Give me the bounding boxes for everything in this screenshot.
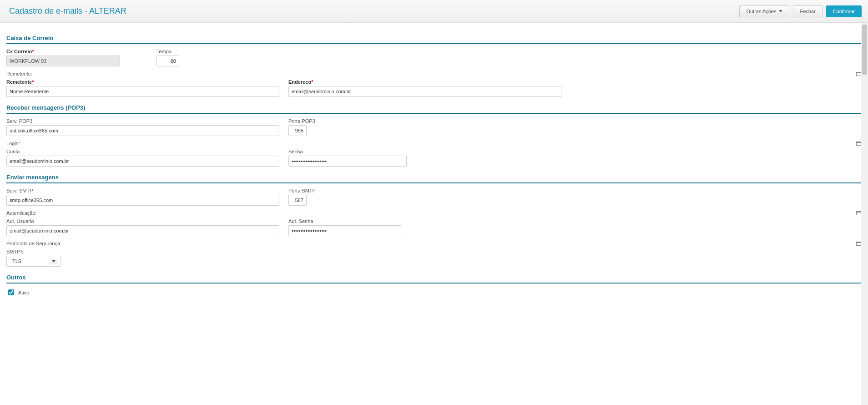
field-serv-pop3: Serv. POP3 [6,118,279,136]
porta-pop3-label: Porta POP3 [288,118,315,124]
serv-pop3-input[interactable] [6,125,279,136]
field-smtps: SMTPS TLS [6,249,61,267]
field-auth-user: Aut. Usuario [6,218,279,236]
row-ativo: Ativo [6,288,862,297]
auth-subheader: Autenticação: [6,210,862,216]
header-actions: Outras Ações Fechar Confirmar [739,5,862,17]
serv-smtp-input[interactable] [6,195,279,206]
smtps-select-button[interactable] [49,258,58,264]
page-title: Cadastro de e-mails - ALTERAR [9,6,126,16]
porta-smtp-input[interactable] [288,195,307,206]
section-send-title: Enviar mensagens [6,171,862,183]
field-cx-correio: Cx Correio* [6,49,120,66]
remetente-subheader: Remetente: [6,71,862,76]
remetente-label: Remetente* [6,79,279,85]
field-porta-pop3: Porta POP3 [288,118,315,136]
row-login: Conta Senha [6,149,862,167]
chevron-down-icon [52,260,56,263]
header-bar: Cadastro de e-mails - ALTERAR Outras Açõ… [0,0,868,23]
smtps-label: SMTPS [6,249,61,254]
smtps-select[interactable]: TLS [6,256,61,267]
auth-senha-label: Aut. Senha [288,218,401,224]
cx-correio-input [6,56,120,66]
endereco-input[interactable] [288,86,561,97]
row-smtp: Serv. SMTP Porta SMTP [6,188,862,206]
remetente-input[interactable] [6,86,279,97]
row-mailbox: Cx Correio* Tempo [6,49,862,66]
serv-smtp-label: Serv. SMTP [6,188,279,193]
senha-label: Senha [288,149,407,154]
row-remetente: Remetente* Endereco* [6,79,862,97]
row-proto: SMTPS TLS [6,249,862,267]
scrollbar-thumb[interactable] [862,25,867,75]
serv-pop3-label: Serv. POP3 [6,118,279,124]
proto-subheader-label: Protocolo de Segurança [6,241,60,246]
login-subheader: Login: [6,141,862,146]
cx-correio-label: Cx Correio* [6,49,120,54]
auth-senha-input[interactable] [288,225,401,236]
field-serv-smtp: Serv. SMTP [6,188,279,206]
auth-user-label: Aut. Usuario [6,218,279,224]
porta-smtp-label: Porta SMTP [288,188,316,193]
other-actions-button[interactable]: Outras Ações [739,5,789,17]
ativo-label: Ativo [18,290,29,295]
other-actions-label: Outras Ações [746,9,776,14]
tempo-label: Tempo [156,49,179,54]
close-button[interactable]: Fechar [793,5,822,17]
row-auth: Aut. Usuario Aut. Senha [6,218,862,236]
conta-input[interactable] [6,156,279,167]
smtps-select-value: TLS [10,258,24,264]
field-remetente: Remetente* [6,79,279,97]
auth-subheader-label: Autenticação: [6,210,37,216]
section-others-title: Outros [6,271,862,284]
field-tempo: Tempo [156,49,179,66]
field-auth-senha: Aut. Senha [288,218,401,236]
content-area: Caixa de Correio Cx Correio* Tempo Remet… [0,23,868,310]
senha-input[interactable] [288,156,407,167]
endereco-label: Endereco* [288,79,561,85]
close-button-label: Fechar [800,9,815,14]
porta-pop3-input[interactable] [288,125,307,136]
scrollbar[interactable] [861,23,868,310]
field-senha: Senha [288,149,407,167]
auth-user-input[interactable] [6,225,279,236]
login-subheader-label: Login: [6,141,20,146]
field-conta: Conta [6,149,279,167]
tempo-input[interactable] [156,56,179,66]
section-mailbox-title: Caixa de Correio [6,32,862,44]
chevron-down-icon [779,10,782,12]
field-endereco: Endereco* [288,79,561,97]
row-pop3: Serv. POP3 Porta POP3 [6,118,862,136]
proto-subheader: Protocolo de Segurança [6,241,862,246]
confirm-button-label: Confirmar [833,9,855,14]
section-pop3-title: Receber mensagens (POP3) [6,101,862,114]
field-porta-smtp: Porta SMTP [288,188,316,206]
conta-label: Conta [6,149,279,154]
remetente-subheader-label: Remetente: [6,71,32,76]
confirm-button[interactable]: Confirmar [826,5,862,17]
ativo-checkbox[interactable] [8,289,14,295]
